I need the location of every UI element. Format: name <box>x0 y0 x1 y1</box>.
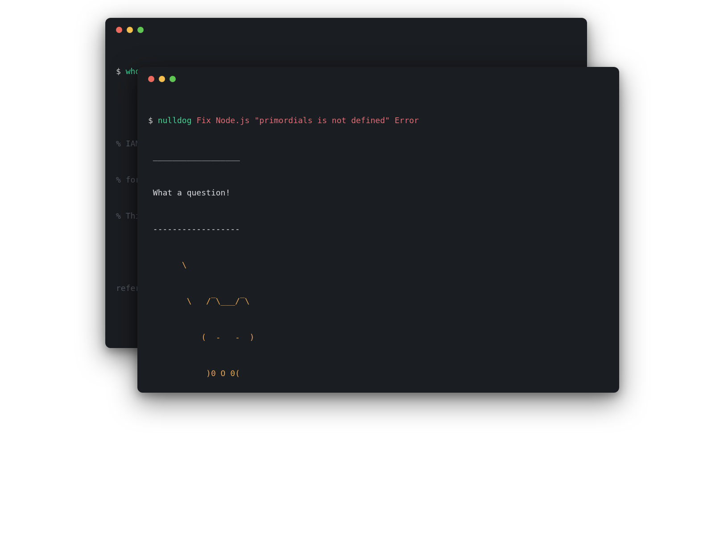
prompt-arg: Fix Node.js "primordials is not defined"… <box>196 116 419 125</box>
ascii-dog-line: \ /‾\___/‾\ <box>148 295 608 307</box>
terminal-stack: $ whois nulldog.com % IANA WHOIS server … <box>105 18 623 419</box>
ascii-dog-line: \ <box>148 259 608 271</box>
ascii-dog-line: ( - - ) <box>148 331 608 343</box>
minimize-icon[interactable] <box>159 76 165 82</box>
prompt-symbol: $ <box>148 116 153 125</box>
maximize-icon[interactable] <box>137 27 144 33</box>
prompt-line: $ nulldog Fix Node.js "primordials is no… <box>148 114 608 126</box>
terminal-front-content: $ nulldog Fix Node.js "primordials is no… <box>148 90 608 393</box>
prompt-command: nulldog <box>158 116 192 125</box>
ascii-dog-line: )0 O 0( <box>148 367 608 379</box>
prompt-symbol: $ <box>116 66 121 76</box>
maximize-icon[interactable] <box>170 76 176 82</box>
terminal-window-front: $ nulldog Fix Node.js "primordials is no… <box>137 67 619 393</box>
close-icon[interactable] <box>148 76 154 82</box>
minimize-icon[interactable] <box>127 27 133 33</box>
speech-bubble-text: What a question! <box>148 187 608 199</box>
speech-bubble-top: __________________ <box>148 150 608 162</box>
close-icon[interactable] <box>116 27 122 33</box>
window-controls <box>148 76 608 82</box>
window-controls <box>116 27 576 33</box>
speech-bubble-bottom: ------------------ <box>148 223 608 235</box>
